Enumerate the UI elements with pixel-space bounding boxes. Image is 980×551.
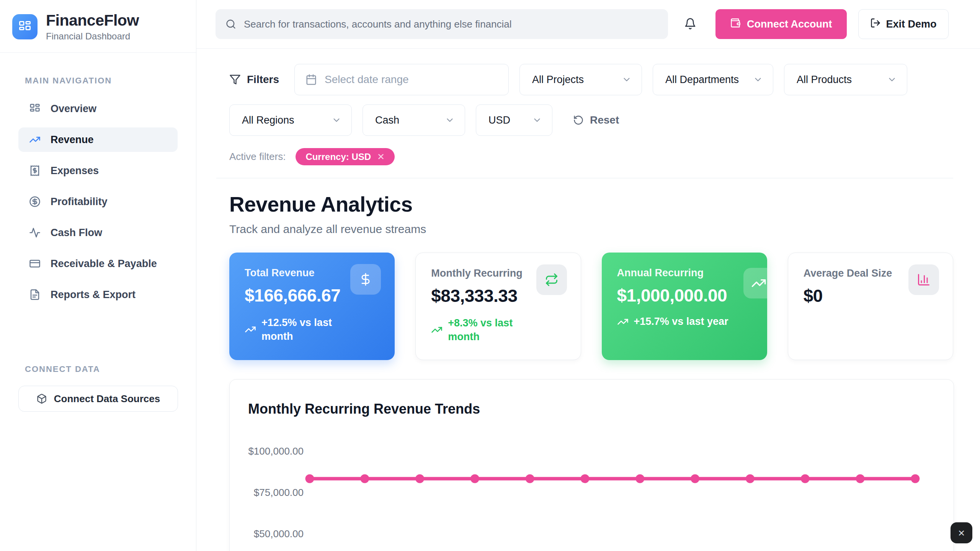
topbar: Connect Account Exit Demo	[196, 0, 980, 49]
connect-data-header: CONNECT DATA	[0, 364, 196, 374]
metric-card-annual-recurring: Annual Recurring $1,000,000.00 +15.7% vs…	[602, 253, 767, 360]
active-filters-row: Active filters: Currency: USD ✕	[216, 148, 953, 165]
log-out-icon	[870, 18, 881, 31]
metric-card-monthly-recurring: Monthly Recurring $83,333.33 +8.3% vs la…	[415, 253, 581, 360]
regions-dropdown[interactable]: All Regions	[229, 104, 352, 136]
app-tagline: Financial Dashboard	[46, 31, 139, 42]
sidebar-item-label: Profitability	[51, 196, 108, 208]
dashboard-grid-icon	[29, 103, 41, 114]
trending-up-icon	[743, 268, 767, 298]
metric-label: Annual Recurring	[617, 267, 752, 279]
metric-delta: +15.7% vs last year	[617, 316, 752, 328]
sidebar-item-label: Reports & Export	[51, 289, 136, 301]
search-input[interactable]	[244, 18, 658, 30]
sidebar-item-label: Receivable & Payable	[51, 258, 157, 270]
metric-delta: +8.3% vs last month	[431, 316, 565, 344]
sidebar-item-expenses[interactable]: Expenses	[18, 158, 178, 183]
bar-chart-icon	[908, 264, 939, 295]
circle-dollar-icon	[29, 196, 41, 207]
accounting-basis-dropdown[interactable]: Cash	[363, 104, 465, 136]
main-navigation: Overview Revenue Expenses	[0, 86, 196, 307]
trending-up-icon	[431, 324, 443, 336]
close-icon: ×	[958, 527, 965, 539]
metric-delta: +12.5% vs last month	[245, 316, 379, 344]
chevron-down-icon	[753, 75, 763, 85]
mrr-trend-line-chart	[230, 380, 954, 551]
filters-row-2: All Regions Cash USD	[216, 104, 953, 136]
reset-rotate-icon	[573, 115, 584, 126]
chevron-down-icon	[445, 115, 455, 125]
dollar-icon	[350, 264, 381, 295]
page-subtitle: Track and analyze all revenue streams	[229, 223, 953, 236]
sidebar-item-reports-export[interactable]: Reports & Export	[18, 282, 178, 307]
repeat-icon	[536, 264, 567, 295]
calendar-icon	[305, 74, 317, 85]
sidebar-item-label: Revenue	[51, 134, 94, 146]
reset-label: Reset	[590, 114, 619, 126]
metric-value: $1,000,000.00	[617, 285, 752, 306]
receipt-icon	[29, 165, 41, 176]
sidebar-item-label: Cash Flow	[51, 227, 102, 239]
search-bar[interactable]	[216, 9, 668, 39]
exit-demo-button[interactable]: Exit Demo	[858, 9, 949, 39]
filters-label: Filters	[229, 73, 279, 86]
sidebar-item-receivable-payable[interactable]: Receivable & Payable	[18, 251, 178, 276]
active-filter-chip-currency[interactable]: Currency: USD ✕	[296, 148, 395, 165]
activity-icon	[29, 227, 41, 238]
date-range-picker[interactable]: Select date range	[294, 64, 509, 95]
nav-section-header: MAIN NAVIGATION	[0, 76, 196, 86]
connect-data-sources-button[interactable]: Connect Data Sources	[18, 386, 178, 412]
products-dropdown[interactable]: All Products	[784, 64, 907, 95]
metric-card-average-deal-size: Average Deal Size $0	[788, 253, 953, 360]
departments-dropdown[interactable]: All Departments	[653, 64, 773, 95]
sidebar: FinanceFlow Financial Dashboard MAIN NAV…	[0, 0, 196, 551]
filter-funnel-icon	[229, 74, 241, 85]
page-title: Revenue Analytics	[229, 192, 953, 217]
date-range-placeholder: Select date range	[325, 73, 409, 86]
sidebar-item-label: Expenses	[51, 165, 99, 177]
wallet-icon	[730, 18, 741, 31]
close-overlay-button[interactable]: ×	[951, 522, 972, 543]
filters-row-1: Filters Select date range All Projects A…	[216, 64, 953, 95]
file-text-icon	[29, 289, 41, 300]
connect-account-label: Connect Account	[747, 18, 832, 30]
active-filters-label: Active filters:	[229, 151, 286, 163]
chevron-down-icon	[887, 75, 897, 85]
chevron-down-icon	[532, 115, 542, 125]
mrr-trends-chart-card: Monthly Recurring Revenue Trends $100,00…	[229, 379, 954, 551]
app-name: FinanceFlow	[46, 11, 139, 29]
trending-up-icon	[617, 316, 629, 328]
package-box-icon	[36, 393, 47, 404]
projects-dropdown[interactable]: All Projects	[519, 64, 642, 95]
sidebar-item-label: Overview	[51, 103, 96, 115]
app-logo-block: FinanceFlow Financial Dashboard	[0, 0, 196, 53]
metric-card-total-revenue: Total Revenue $166,666.67 +12.5% vs last…	[229, 253, 395, 360]
metric-cards: Total Revenue $166,666.67 +12.5% vs last…	[229, 253, 953, 360]
connect-data-sources-label: Connect Data Sources	[54, 393, 160, 405]
search-icon	[225, 19, 236, 29]
exit-demo-label: Exit Demo	[886, 18, 937, 30]
trending-up-icon	[245, 324, 256, 335]
sidebar-item-profitability[interactable]: Profitability	[18, 189, 178, 214]
notifications-bell-button[interactable]	[681, 15, 699, 34]
sidebar-item-cash-flow[interactable]: Cash Flow	[18, 220, 178, 245]
connect-account-button[interactable]: Connect Account	[715, 9, 847, 39]
currency-dropdown[interactable]: USD	[476, 104, 552, 136]
reset-filters-button[interactable]: Reset	[573, 114, 619, 126]
chip-close-icon[interactable]: ✕	[377, 152, 385, 162]
bell-icon	[684, 18, 696, 31]
app-logo-icon	[12, 14, 38, 39]
section-divider	[216, 178, 953, 178]
trending-up-icon	[29, 134, 41, 145]
sidebar-item-overview[interactable]: Overview	[18, 96, 178, 121]
sidebar-item-revenue[interactable]: Revenue	[18, 127, 178, 152]
chevron-down-icon	[332, 115, 341, 125]
chevron-down-icon	[622, 75, 632, 85]
credit-card-icon	[29, 258, 41, 269]
